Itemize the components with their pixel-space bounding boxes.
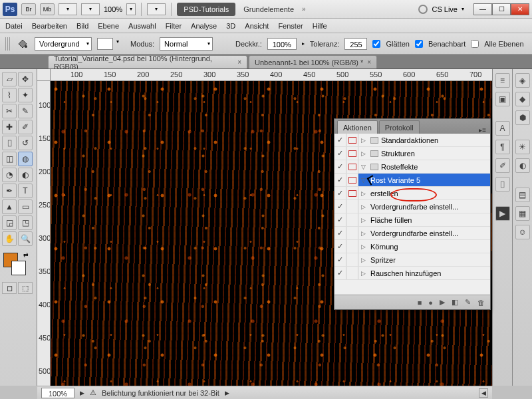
mode-select[interactable]: Normal bbox=[160, 37, 213, 51]
toggle-checkbox[interactable]: ✓ bbox=[334, 174, 346, 186]
scroll-left-button[interactable]: ◀ bbox=[479, 388, 488, 398]
stamp-tool[interactable]: ⌷ bbox=[2, 136, 17, 150]
dodge-tool[interactable]: ◐ bbox=[18, 168, 33, 182]
new-set-button[interactable]: ◧ bbox=[452, 298, 458, 307]
disclosure-icon[interactable]: ▽ bbox=[361, 177, 368, 184]
quick-mask-button[interactable]: ◻ bbox=[2, 282, 17, 294]
action-content[interactable]: ▷Vordergrundfarbe einstell... bbox=[358, 227, 490, 239]
status-disclosure-icon[interactable]: ▶ bbox=[225, 390, 229, 396]
ruler-origin[interactable] bbox=[37, 69, 51, 81]
paragraph-panel-icon[interactable]: ¶ bbox=[495, 140, 510, 154]
blur-tool[interactable]: ◔ bbox=[2, 168, 17, 182]
dialog-toggle[interactable] bbox=[346, 174, 358, 186]
toggle-checkbox[interactable]: ✓ bbox=[334, 253, 346, 266]
action-content[interactable]: ▷erstellen bbox=[358, 187, 490, 200]
menu-bild[interactable]: Bild bbox=[76, 22, 88, 30]
action-content[interactable]: ▷Standardaktionen bbox=[358, 134, 490, 146]
minimize-button[interactable]: — bbox=[473, 3, 492, 15]
record-button[interactable]: ● bbox=[428, 299, 433, 307]
menu-auswahl[interactable]: Auswahl bbox=[128, 22, 156, 30]
layers-panel-icon[interactable]: ▤ bbox=[515, 188, 530, 202]
history-panel-icon[interactable]: ≡ bbox=[495, 73, 510, 88]
menu-ansicht[interactable]: Ansicht bbox=[245, 22, 269, 30]
arrange-dropdown[interactable] bbox=[81, 3, 100, 15]
action-content[interactable]: ▽Rost Variante 5 bbox=[358, 174, 490, 186]
background-color[interactable] bbox=[11, 261, 26, 275]
character-panel-icon[interactable]: A bbox=[495, 121, 510, 136]
dialog-toggle[interactable] bbox=[346, 147, 358, 160]
eraser-tool[interactable]: ◫ bbox=[2, 152, 17, 166]
action-content[interactable]: ▷Körnung bbox=[358, 240, 490, 253]
paint-bucket-icon[interactable] bbox=[16, 37, 29, 51]
toggle-checkbox[interactable]: ✓ bbox=[334, 187, 346, 200]
action-content[interactable]: ▷Vordergrundfarbe einstell... bbox=[358, 200, 490, 213]
document-tab[interactable]: Tutorial_Variante_04.psd bei 100% (Hinte… bbox=[48, 55, 247, 68]
action-content[interactable]: ▽Rosteffekte bbox=[358, 160, 490, 173]
menu-bearbeiten[interactable]: Bearbeiten bbox=[32, 22, 67, 30]
brush-panel-icon[interactable]: ✐ bbox=[495, 158, 510, 173]
action-row[interactable]: ✓▷Strukturen bbox=[334, 147, 490, 160]
disclosure-icon[interactable]: ▷ bbox=[361, 150, 368, 157]
disclosure-icon[interactable]: ▷ bbox=[361, 230, 368, 237]
dialog-toggle[interactable] bbox=[346, 240, 358, 253]
swap-colors-icon[interactable]: ⇄ bbox=[23, 251, 29, 258]
healing-tool[interactable]: ✚ bbox=[2, 120, 17, 134]
close-tab-icon[interactable]: × bbox=[367, 59, 371, 66]
opacity-input[interactable]: 100% bbox=[267, 38, 297, 50]
menu-ebene[interactable]: Ebene bbox=[98, 22, 119, 30]
play-button[interactable]: ▶ bbox=[440, 298, 445, 307]
tab-protokoll[interactable]: Protokoll bbox=[379, 120, 420, 134]
toggle-checkbox[interactable]: ✓ bbox=[334, 134, 346, 146]
hand-tool[interactable]: ✋ bbox=[2, 231, 17, 246]
workspace-name[interactable]: Grundelemente bbox=[239, 5, 298, 13]
dialog-toggle[interactable] bbox=[346, 160, 358, 173]
lasso-tool[interactable]: ⌇ bbox=[2, 88, 17, 102]
toggle-checkbox[interactable]: ✓ bbox=[334, 147, 346, 160]
minibridge-button[interactable]: Mb bbox=[40, 3, 55, 15]
styles-panel-icon[interactable]: ⬢ bbox=[515, 110, 530, 125]
bridge-button[interactable]: Br bbox=[21, 3, 36, 15]
action-row[interactable]: ✓▷Rauschen hinzufügen bbox=[334, 267, 490, 280]
actions-panel-icon[interactable]: ▣ bbox=[495, 92, 510, 106]
action-content[interactable]: ▷Strukturen bbox=[358, 147, 490, 160]
toggle-checkbox[interactable]: ✓ bbox=[334, 200, 346, 213]
action-row[interactable]: ✓▽Rosteffekte bbox=[334, 160, 490, 174]
contiguous-checkbox[interactable] bbox=[415, 40, 423, 48]
dialog-toggle[interactable] bbox=[346, 267, 358, 279]
actions-panel[interactable]: Aktionen Protokoll ▸≡ ✓▷Standardaktionen… bbox=[334, 118, 491, 310]
masks-panel-icon[interactable]: ◐ bbox=[515, 158, 530, 173]
fill-source-select[interactable]: Vordergrund bbox=[35, 37, 92, 51]
color-swatches[interactable]: ⇄ bbox=[2, 251, 29, 278]
adjustments-panel-icon[interactable]: ☀ bbox=[515, 140, 530, 154]
maximize-button[interactable]: ☐ bbox=[492, 3, 511, 15]
action-row[interactable]: ✓▷Standardaktionen bbox=[334, 134, 490, 147]
workspace-switcher[interactable]: PSD-Tutorials bbox=[177, 3, 235, 16]
quick-select-tool[interactable]: ✦ bbox=[18, 88, 33, 102]
disclosure-icon[interactable]: ▷ bbox=[361, 203, 368, 210]
crop-tool[interactable]: ✂ bbox=[2, 104, 17, 118]
action-row[interactable]: ✓▽Rost Variante 5 bbox=[334, 174, 490, 187]
screen-mode-dropdown[interactable] bbox=[147, 3, 166, 15]
move-tool[interactable]: ▱ bbox=[2, 72, 17, 86]
paths-panel-icon[interactable]: ⎊ bbox=[515, 225, 530, 239]
play-panel-icon[interactable]: ▶ bbox=[495, 206, 510, 221]
brush-tool[interactable]: ✐ bbox=[18, 120, 33, 134]
channels-panel-icon[interactable]: ▦ bbox=[515, 206, 530, 221]
ruler-horizontal[interactable]: 100 150 200 250 300 350 400 450 500 550 … bbox=[51, 69, 492, 81]
new-action-button[interactable]: ✎ bbox=[465, 298, 471, 307]
action-row[interactable]: ✓▷erstellen bbox=[334, 187, 490, 200]
action-row[interactable]: ✓▷Spritzer bbox=[334, 253, 490, 267]
disclosure-icon[interactable]: ▷ bbox=[361, 217, 368, 223]
disclosure-icon[interactable]: ▷ bbox=[361, 190, 368, 197]
action-content[interactable]: ▷Spritzer bbox=[358, 253, 490, 266]
close-tab-icon[interactable]: × bbox=[237, 59, 241, 66]
paint-bucket-tool[interactable]: ◍ bbox=[18, 152, 33, 166]
disclosure-icon[interactable]: ▽ bbox=[361, 164, 368, 170]
menu-filter[interactable]: Filter bbox=[166, 22, 182, 30]
status-disclosure-icon[interactable]: ▶ bbox=[80, 390, 84, 396]
zoom-input[interactable]: 100% bbox=[41, 388, 74, 398]
menu-analyse[interactable]: Analyse bbox=[191, 22, 217, 30]
history-brush-tool[interactable]: ↺ bbox=[18, 136, 33, 150]
action-content[interactable]: ▷Rauschen hinzufügen bbox=[358, 267, 490, 279]
menu-hilfe[interactable]: Hilfe bbox=[313, 22, 327, 30]
